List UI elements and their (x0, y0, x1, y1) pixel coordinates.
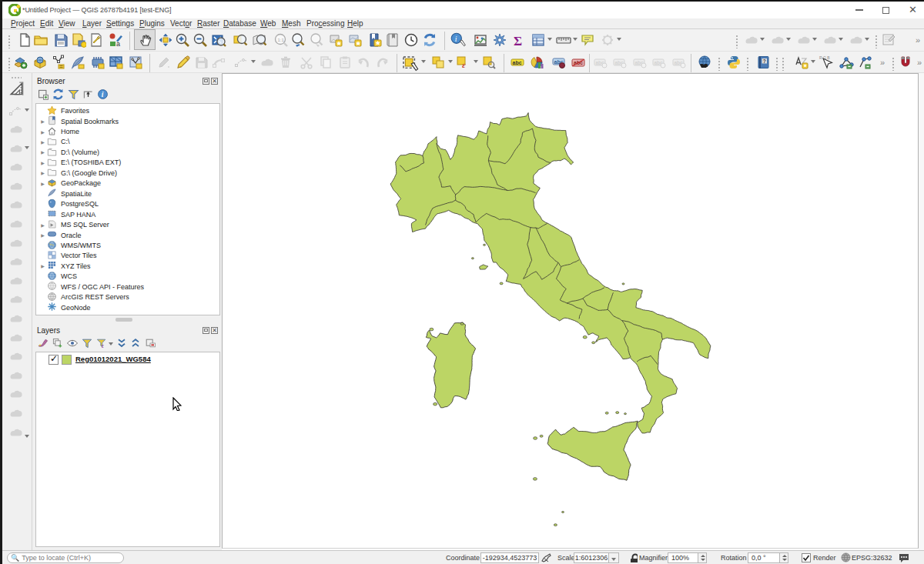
svg-text:ε: ε (102, 343, 104, 349)
svg-text:abc: abc (513, 60, 522, 65)
svg-text:a: a (116, 40, 120, 48)
svg-text:ε: ε (462, 60, 466, 69)
svg-text:i: i (455, 35, 457, 43)
svg-text:1:1: 1:1 (278, 38, 285, 42)
svg-text:Σ: Σ (514, 34, 522, 48)
svg-text:?: ? (763, 58, 766, 64)
svg-text:i: i (102, 91, 104, 98)
